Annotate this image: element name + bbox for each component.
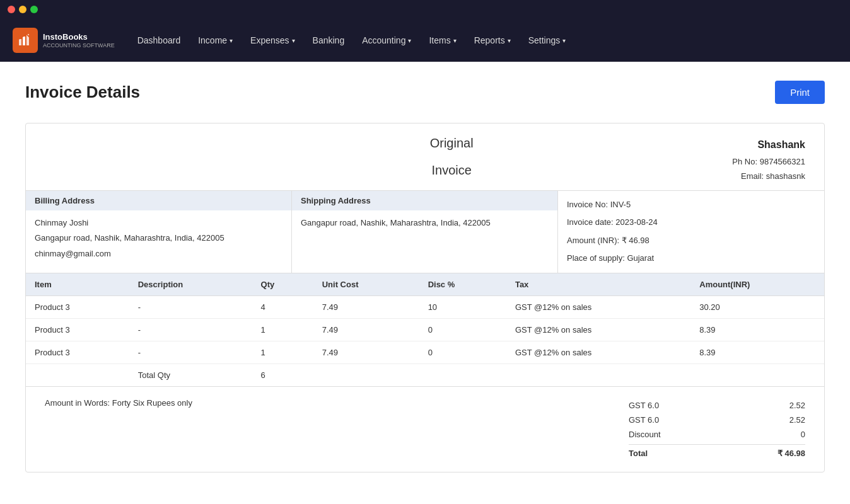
billing-address-header: Billing Address xyxy=(26,191,291,210)
billing-address-body: Chinmay Joshi Gangapur road, Nashik, Mah… xyxy=(26,210,291,267)
chevron-down-icon: ▾ xyxy=(230,37,233,44)
invoice-no: Invoice No: INV-5 xyxy=(567,196,815,214)
col-unit-cost: Unit Cost xyxy=(313,273,419,296)
nav-income[interactable]: Income ▾ xyxy=(190,30,240,50)
summary-row: Discount 0 xyxy=(629,427,805,442)
cell-description: - xyxy=(129,341,252,364)
nav-dashboard[interactable]: Dashboard xyxy=(130,30,189,50)
cell-disc: 0 xyxy=(419,341,506,364)
summary-value: 2.52 xyxy=(789,401,805,410)
nav-banking[interactable]: Banking xyxy=(305,30,352,50)
cell-disc: 10 xyxy=(419,295,506,318)
cell-amount: 8.39 xyxy=(690,318,824,341)
chevron-down-icon: ▾ xyxy=(508,37,511,44)
cell-item: Product 3 xyxy=(26,295,129,318)
summary-label: GST 6.0 xyxy=(629,415,659,425)
summary-label: Discount xyxy=(629,430,661,439)
billing-address-col: Billing Address Chinmay Joshi Gangapur r… xyxy=(26,191,292,273)
cell-tax: GST @12% on sales xyxy=(506,341,690,364)
total-qty-label: Total Qty xyxy=(129,364,252,386)
col-qty: Qty xyxy=(252,273,313,296)
logo-name: InstoBooks xyxy=(43,32,115,42)
nav-settings[interactable]: Settings ▾ xyxy=(521,30,574,50)
invoice-meta-col: Invoice No: INV-5 Invoice date: 2023-08-… xyxy=(558,191,824,273)
cell-unit-cost: 7.49 xyxy=(313,295,419,318)
cell-unit-cost: 7.49 xyxy=(313,341,419,364)
invoice-supply: Place of supply: Gujarat xyxy=(567,249,815,268)
invoice-footer: Amount in Words: Forty Six Rupees only G… xyxy=(26,386,824,472)
summary-row: Total ₹ 46.98 xyxy=(629,444,805,461)
summary-value: ₹ 46.98 xyxy=(777,449,805,458)
billing-address: Gangapur road, Nashik, Maharashtra, Indi… xyxy=(35,231,282,246)
cell-unit-cost: 7.49 xyxy=(313,318,419,341)
minimize-dot[interactable] xyxy=(19,6,26,13)
summary-row: GST 6.0 2.52 xyxy=(629,398,805,413)
table-header-row: Item Description Qty Unit Cost Disc % Ta… xyxy=(26,273,824,296)
table-row: Product 3 - 4 7.49 10 GST @12% on sales … xyxy=(26,295,824,318)
nav-reports[interactable]: Reports ▾ xyxy=(467,30,518,50)
navbar: InstoBooks ACCOUNTING SOFTWARE Dashboard… xyxy=(0,19,850,62)
chevron-down-icon: ▾ xyxy=(562,37,566,44)
company-email: Email: shashasnk xyxy=(732,169,805,183)
table-row: Product 3 - 1 7.49 0 GST @12% on sales 8… xyxy=(26,318,824,341)
total-qty-row: Total Qty 6 xyxy=(26,364,824,386)
summary-label: Total xyxy=(629,449,648,458)
titlebar xyxy=(0,0,850,19)
amount-words: Amount in Words: Forty Six Rupees only xyxy=(45,398,192,408)
cell-tax: GST @12% on sales xyxy=(506,295,690,318)
summary-row: GST 6.0 2.52 xyxy=(629,413,805,427)
page-header: Invoice Details Print xyxy=(25,81,825,104)
cell-item: Product 3 xyxy=(26,318,129,341)
amount-words-value: Forty Six Rupees only xyxy=(112,398,192,408)
summary-value: 0 xyxy=(801,430,805,439)
address-section: Billing Address Chinmay Joshi Gangapur r… xyxy=(26,190,824,273)
original-label: Original xyxy=(171,136,732,151)
shipping-address-col: Shipping Address Gangapur road, Nashik, … xyxy=(292,191,558,273)
summary-label: GST 6.0 xyxy=(629,401,659,410)
cell-qty: 1 xyxy=(252,318,313,341)
summary-table: GST 6.0 2.52 GST 6.0 2.52 Discount 0 Tot… xyxy=(629,398,805,461)
cell-qty: 1 xyxy=(252,341,313,364)
cell-item: Product 3 xyxy=(26,341,129,364)
maximize-dot[interactable] xyxy=(30,6,38,13)
cell-description: - xyxy=(129,318,252,341)
company-name: Shashank xyxy=(732,136,805,154)
logo-icon xyxy=(13,28,38,53)
page-title: Invoice Details xyxy=(25,83,140,102)
shipping-address-body: Gangapur road, Nashik, Maharashtra, Indi… xyxy=(292,210,557,236)
chevron-down-icon: ▾ xyxy=(453,37,457,44)
billing-name: Chinmay Joshi xyxy=(35,215,282,231)
invoice-meta: Invoice No: INV-5 Invoice date: 2023-08-… xyxy=(558,191,824,273)
close-dot[interactable] xyxy=(8,6,15,13)
table-row: Product 3 - 1 7.49 0 GST @12% on sales 8… xyxy=(26,341,824,364)
svg-rect-1 xyxy=(23,37,25,45)
summary-value: 2.52 xyxy=(789,415,805,425)
total-qty-empty-1 xyxy=(26,364,129,386)
invoice-center: Original Invoice xyxy=(171,136,732,178)
cell-amount: 30.20 xyxy=(690,295,824,318)
cell-disc: 0 xyxy=(419,318,506,341)
cell-qty: 4 xyxy=(252,295,313,318)
invoice-card: Original Invoice Shashank Ph No: 9874566… xyxy=(25,123,825,472)
items-table: Item Description Qty Unit Cost Disc % Ta… xyxy=(26,273,824,386)
cell-description: - xyxy=(129,295,252,318)
nav-expenses[interactable]: Expenses ▾ xyxy=(243,30,302,50)
nav-accounting[interactable]: Accounting ▾ xyxy=(354,30,419,50)
company-info: Shashank Ph No: 9874566321 Email: shasha… xyxy=(732,136,805,184)
invoice-amount: Amount (INR): ₹ 46.98 xyxy=(567,232,815,250)
print-button[interactable]: Print xyxy=(775,81,825,104)
invoice-header: Original Invoice Shashank Ph No: 9874566… xyxy=(26,123,824,190)
logo: InstoBooks ACCOUNTING SOFTWARE xyxy=(13,28,115,53)
shipping-address-header: Shipping Address xyxy=(292,191,557,210)
col-tax: Tax xyxy=(506,273,690,296)
cell-tax: GST @12% on sales xyxy=(506,318,690,341)
col-amount: Amount(INR) xyxy=(690,273,824,296)
cell-amount: 8.39 xyxy=(690,341,824,364)
col-disc: Disc % xyxy=(419,273,506,296)
chevron-down-icon: ▾ xyxy=(408,37,411,44)
company-phone: Ph No: 9874566321 xyxy=(732,154,805,169)
logo-sub: ACCOUNTING SOFTWARE xyxy=(43,42,115,49)
nav-items[interactable]: Items ▾ xyxy=(421,30,463,50)
chevron-down-icon: ▾ xyxy=(292,37,295,44)
invoice-label: Invoice xyxy=(171,163,732,178)
